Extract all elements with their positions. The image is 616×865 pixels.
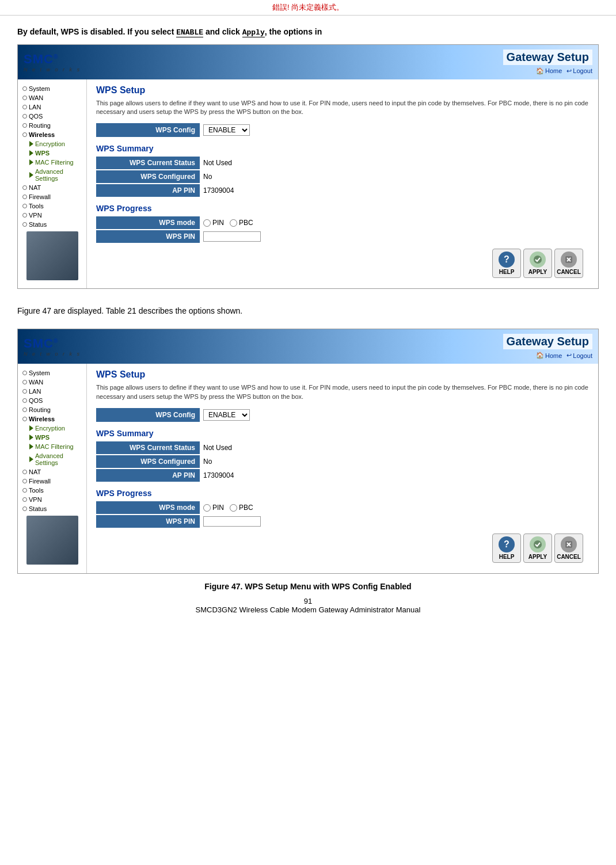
wps-pin-input-1[interactable]: [203, 231, 261, 242]
tri-icon: [29, 141, 33, 147]
logout-link-1[interactable]: ↩ Logout: [566, 67, 592, 75]
wps-setup-title-1: WPS Setup: [96, 85, 589, 96]
wps-config-row-1: WPS Config ENABLE DISABLE: [96, 123, 589, 137]
sidebar-item-lan-2[interactable]: LAN: [20, 387, 84, 396]
sidebar-item-wan-2[interactable]: WAN: [20, 378, 84, 387]
sidebar-item-nat-1[interactable]: NAT: [20, 183, 84, 192]
sidebar-item-wan-1[interactable]: WAN: [20, 93, 84, 102]
sidebar-item-qos-1[interactable]: QOS: [20, 112, 84, 121]
wps-pin-label-2: WPS PIN: [96, 515, 200, 528]
wps-mode-label-2: WPS mode: [96, 501, 200, 514]
header-nav-2: 🏠 Home ↩ Logout: [536, 352, 592, 359]
pin-radio-label-1[interactable]: PIN: [203, 219, 224, 227]
wps-status-row-1: WPS Current Status Not Used: [96, 157, 589, 169]
sidebar-item-encryption-1[interactable]: Encryption: [20, 139, 84, 148]
sidebar-item-wireless-2[interactable]: Wireless: [20, 414, 84, 424]
gateway-content-1: System WAN LAN QOS Routing Wireless Encr…: [18, 79, 598, 289]
tri-icon: [29, 150, 33, 156]
action-buttons-1: ? HELP APPLY CANCEL: [96, 244, 589, 283]
sidebar-item-status-2[interactable]: Status: [20, 504, 84, 513]
sidebar-item-wps-1[interactable]: WPS: [20, 148, 84, 158]
sidebar-item-tools-2[interactable]: Tools: [20, 486, 84, 495]
sidebar-item-mac-2[interactable]: MAC Filtering: [20, 442, 84, 451]
wps-appin-row-1: AP PIN 17309004: [96, 184, 589, 197]
gateway-title-1: Gateway Setup: [503, 49, 592, 65]
wps-config-row-2: WPS Config ENABLE DISABLE: [96, 408, 589, 422]
sidebar-item-routing-2[interactable]: Routing: [20, 405, 84, 414]
sidebar-item-firewall-1[interactable]: Firewall: [20, 192, 84, 201]
pbc-radio-1[interactable]: [230, 219, 237, 227]
sidebar-item-qos-2[interactable]: QOS: [20, 396, 84, 405]
pin-radio-2[interactable]: [203, 504, 211, 512]
wps-status-value-1: Not Used: [200, 157, 589, 169]
bullet-icon: [22, 380, 27, 384]
smc-logo-text-1: SMC®: [24, 52, 58, 67]
sidebar-item-advanced-1[interactable]: Advanced Settings: [20, 167, 84, 183]
cancel-button-1[interactable]: CANCEL: [554, 249, 583, 278]
apply-button-1[interactable]: APPLY: [523, 249, 552, 278]
sidebar-item-vpn-1[interactable]: VPN: [20, 211, 84, 220]
sidebar-item-lan-1[interactable]: LAN: [20, 102, 84, 112]
wps-config-select-1[interactable]: ENABLE DISABLE: [203, 124, 250, 136]
bullet-icon: [22, 470, 27, 474]
wps-status-label-2: WPS Current Status: [96, 441, 200, 454]
bullet-icon: [22, 497, 27, 502]
intro-enable-code: ENABLE: [176, 28, 203, 37]
sidebar-item-mac-1[interactable]: MAC Filtering: [20, 158, 84, 167]
wps-configured-row-2: WPS Configured No: [96, 455, 589, 468]
intro-text-after: , the options in: [265, 27, 322, 36]
help-button-2[interactable]: ? HELP: [492, 534, 521, 563]
cancel-button-2[interactable]: CANCEL: [554, 534, 583, 563]
wps-mode-row-1: WPS mode PIN PBC: [96, 216, 589, 229]
gateway-header-2: SMC® N e t w o r k s Gateway Setup Gatew…: [18, 329, 598, 364]
sidebar-item-system-1[interactable]: System: [20, 84, 84, 93]
wps-config-select-2[interactable]: ENABLE DISABLE: [203, 409, 250, 421]
pbc-radio-label-1[interactable]: PBC: [230, 219, 253, 227]
wps-appin-value-2: 17309004: [200, 469, 589, 482]
sidebar-item-tools-1[interactable]: Tools: [20, 201, 84, 211]
smc-networks-1: N e t w o r k s: [24, 67, 81, 73]
sidebar-item-vpn-2[interactable]: VPN: [20, 495, 84, 504]
sidebar-item-status-1[interactable]: Status: [20, 220, 84, 229]
apply-button-2[interactable]: APPLY: [523, 534, 552, 563]
home-link-1[interactable]: 🏠 Home: [536, 67, 562, 75]
sidebar-item-wps-2[interactable]: WPS: [20, 433, 84, 442]
wps-pin-input-2[interactable]: [203, 516, 261, 527]
header-right-2: Gateway Setup 🏠 Home ↩ Logout: [503, 334, 592, 359]
bullet-icon: [22, 132, 27, 137]
pin-radio-label-2[interactable]: PIN: [203, 504, 224, 512]
wps-configured-row-1: WPS Configured No: [96, 170, 589, 183]
bullet-icon: [22, 185, 27, 190]
intro-apply-code: Apply: [242, 28, 265, 37]
sidebar-item-advanced-2[interactable]: Advanced Settings: [20, 451, 84, 467]
home-icon-1: 🏠: [536, 67, 544, 75]
sidebar-item-nat-2[interactable]: NAT: [20, 467, 84, 477]
logout-link-2[interactable]: ↩ Logout: [566, 352, 592, 359]
apply-icon-2: [530, 536, 546, 552]
gateway-main-1: WPS Setup This page allows users to defi…: [87, 79, 598, 289]
wps-summary-title-1: WPS Summary: [96, 144, 589, 153]
bullet-icon: [22, 222, 27, 227]
sidebar-item-encryption-2[interactable]: Encryption: [20, 424, 84, 433]
wps-appin-label-1: AP PIN: [96, 184, 200, 197]
wps-mode-label-1: WPS mode: [96, 216, 200, 229]
sidebar-item-firewall-2[interactable]: Firewall: [20, 477, 84, 486]
wps-pin-row-1: WPS PIN: [96, 230, 589, 243]
sidebar-item-system-2[interactable]: System: [20, 368, 84, 378]
pbc-radio-2[interactable]: [230, 504, 237, 512]
smc-logo-1: SMC® N e t w o r k s: [24, 52, 81, 73]
intro-paragraph: By default, WPS is disabled. If you sele…: [0, 16, 616, 44]
pbc-radio-label-2[interactable]: PBC: [230, 504, 253, 512]
wps-status-row-2: WPS Current Status Not Used: [96, 441, 589, 454]
wps-mode-radio-group-1: PIN PBC: [203, 219, 253, 227]
intro-text-before: By default, WPS is disabled. If you sele…: [17, 27, 176, 36]
pin-radio-1[interactable]: [203, 219, 211, 227]
bullet-icon: [22, 398, 27, 403]
home-link-2[interactable]: 🏠 Home: [536, 352, 562, 359]
intro-bold: By default, WPS is disabled. If you sele…: [17, 27, 322, 36]
bullet-icon: [22, 506, 27, 511]
sidebar-item-wireless-1[interactable]: Wireless: [20, 130, 84, 139]
sidebar-item-routing-1[interactable]: Routing: [20, 121, 84, 130]
wps-appin-value-1: 17309004: [200, 184, 589, 197]
help-button-1[interactable]: ? HELP: [492, 249, 521, 278]
